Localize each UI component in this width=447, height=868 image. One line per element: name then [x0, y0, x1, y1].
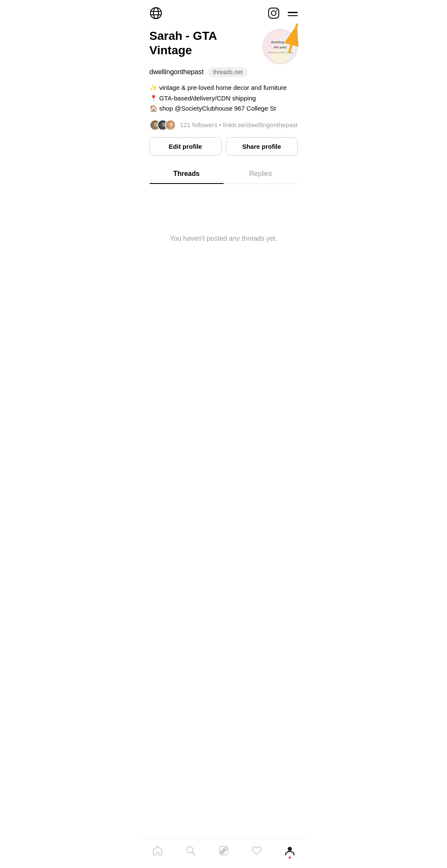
top-nav-right — [267, 7, 298, 21]
bio-line-3: 🏠 shop @SocietyClubhouse 967 College St — [150, 104, 298, 114]
svg-point-5 — [271, 11, 276, 16]
followers-row: 121 followers • linktr.ee/dwellingonthep… — [150, 120, 298, 131]
profile-tabs: Threads Replies — [150, 164, 298, 184]
svg-rect-4 — [269, 8, 279, 18]
follower-avatar-3 — [165, 120, 176, 131]
bio-line-2: 📍 GTA-based/delivery/CDN shipping — [150, 94, 298, 103]
svg-text:VINTAGE & PRE-LOVED: VINTAGE & PRE-LOVED — [267, 51, 293, 54]
followers-count: 121 followers — [180, 121, 217, 128]
profile-buttons: Edit profile Share profile — [150, 137, 298, 156]
svg-point-26 — [169, 122, 173, 127]
svg-point-6 — [276, 10, 277, 11]
globe-icon[interactable] — [150, 7, 162, 21]
username-row: dwellingonthepast threads.net — [150, 67, 298, 77]
bio-text-3: 🏠 shop @SocietyClubhouse 967 College St — [150, 104, 276, 114]
bio-text-1: ✨ vintage & pre-loved home decor and fur… — [150, 83, 287, 93]
followers-text[interactable]: 121 followers • linktr.ee/dwellingonthep… — [180, 121, 298, 128]
profile-section: Sarah - GTA Vintage — [141, 25, 306, 184]
menu-icon[interactable] — [288, 12, 298, 16]
svg-text:dwelling on: dwelling on — [271, 40, 289, 44]
svg-text:the past: the past — [274, 45, 286, 49]
svg-point-0 — [150, 8, 161, 19]
top-navigation — [141, 0, 306, 25]
tab-threads[interactable]: Threads — [150, 164, 224, 184]
profile-header: Sarah - GTA Vintage — [150, 29, 298, 64]
follower-avatars — [150, 120, 176, 131]
profile-name: Sarah - GTA Vintage — [150, 29, 262, 57]
empty-state-message: You haven't posted any threads yet. — [170, 235, 277, 242]
bio: ✨ vintage & pre-loved home decor and fur… — [150, 83, 298, 114]
share-profile-button[interactable]: Share profile — [226, 137, 298, 156]
username: dwellingonthepast — [150, 68, 204, 76]
svg-point-12 — [280, 32, 295, 47]
edit-profile-button[interactable]: Edit profile — [150, 137, 222, 156]
followers-link[interactable]: linktr.ee/dwellingonthepast — [223, 121, 297, 128]
svg-point-1 — [153, 8, 158, 19]
profile-avatar: dwelling on the past VINTAGE & PRE-LOVED — [262, 29, 298, 64]
bio-line-1: ✨ vintage & pre-loved home decor and fur… — [150, 83, 298, 93]
tab-replies[interactable]: Replies — [224, 164, 298, 184]
empty-state: You haven't posted any threads yet. — [141, 184, 306, 293]
bio-text-2: 📍 GTA-based/delivery/CDN shipping — [150, 94, 256, 103]
threads-badge[interactable]: threads.net — [208, 67, 248, 77]
instagram-icon[interactable] — [267, 7, 280, 21]
svg-point-11 — [272, 48, 288, 64]
